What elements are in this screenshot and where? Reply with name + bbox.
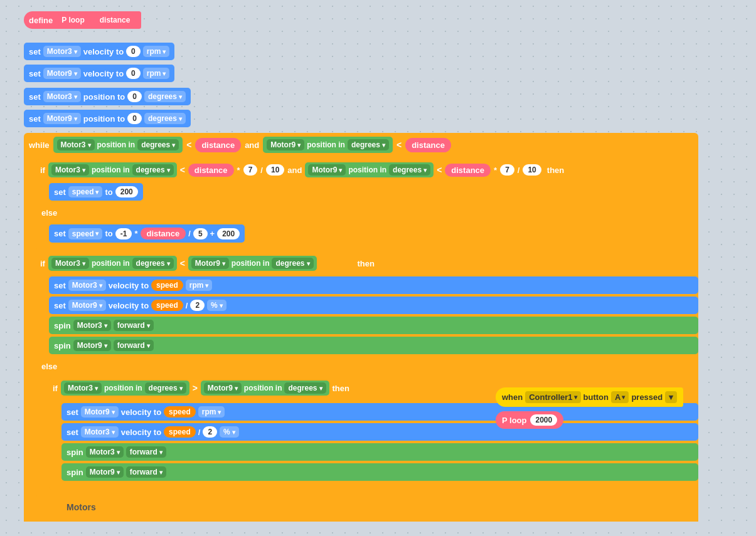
if-distance-1[interactable]: distance	[188, 164, 234, 177]
wm3-dropdown[interactable]: Motor3	[57, 139, 95, 150]
if2-motor9-block[interactable]: Motor9 position in degrees	[188, 256, 317, 271]
while-distance-1[interactable]: distance	[195, 138, 241, 152]
if-header-2: if Motor3 position in degrees < Motor9 p…	[36, 253, 698, 274]
if-container-1: if Motor3 position in degrees < distance…	[36, 159, 698, 250]
set-motor3-position-block[interactable]: set Motor3 position to 0 degrees	[24, 88, 191, 105]
set-speed-200[interactable]: set speed to 200	[49, 183, 143, 201]
then-body-2: set Motor3 velocity to speed rpm set Mot…	[49, 274, 698, 357]
nm3-deg-dd[interactable]: degrees	[145, 382, 186, 394]
motor3-dropdown-2[interactable]: Motor3	[43, 91, 81, 102]
rpm-dropdown-1[interactable]: rpm	[143, 46, 170, 57]
if2m3-deg-dd[interactable]: degrees	[132, 258, 174, 269]
while-motor9-block[interactable]: Motor9 position in degrees	[263, 137, 393, 153]
spin-motor9-forward[interactable]: spin Motor9 forward	[49, 337, 698, 354]
ifm9-dd[interactable]: Motor9	[308, 164, 346, 176]
nm9-vel-dd[interactable]: Motor9	[81, 406, 119, 418]
set-label-2: set	[29, 69, 41, 78]
nested-motor9-block[interactable]: Motor9 position in degrees	[201, 381, 329, 396]
if2m9-deg-dd[interactable]: degrees	[272, 258, 313, 269]
wm9-dropdown[interactable]: Motor9	[267, 139, 304, 150]
pct-dd-2[interactable]: %	[220, 426, 239, 438]
motor9-dropdown-1[interactable]: Motor9	[43, 68, 81, 79]
wm9-degrees-dd[interactable]: degrees	[348, 139, 389, 150]
set-motor3-vel-speed[interactable]: set Motor3 velocity to speed rpm	[49, 276, 698, 294]
set-label-3: set	[29, 92, 41, 102]
else-bar-1: else	[36, 203, 698, 222]
rpm-dd-3[interactable]: rpm	[186, 280, 213, 291]
nested-motor3-block[interactable]: Motor3 position in degrees	[61, 381, 189, 396]
else-bar-2: else	[36, 357, 698, 376]
degrees-dropdown-1[interactable]: degrees	[144, 91, 186, 102]
while-distance-2[interactable]: distance	[405, 138, 451, 152]
position-label-1: position to	[83, 92, 125, 102]
nested-spin-motor9[interactable]: spin Motor9 forward	[61, 463, 698, 481]
nm3-vel-dd[interactable]: Motor3	[81, 426, 119, 438]
nested-then-body: set Motor9 velocity to speed rpm set Mot…	[61, 401, 698, 483]
ifm3-deg-dd[interactable]: degrees	[132, 164, 174, 176]
set-motor3-velocity-block[interactable]: set Motor3 velocity to 0 rpm	[24, 43, 174, 60]
if2m9-dd[interactable]: Motor9	[191, 258, 229, 269]
speed-dd-1[interactable]: speed	[68, 186, 103, 197]
spin-m3-fwd-dd[interactable]: forward	[114, 320, 154, 331]
while-motor3-block[interactable]: Motor3 position in degrees	[53, 137, 183, 153]
spin-motor3-forward[interactable]: spin Motor3 forward	[49, 317, 698, 334]
set-label-4: set	[29, 114, 41, 123]
define-block[interactable]: define P loop distance	[24, 11, 141, 29]
motors-label: Motors	[67, 502, 96, 512]
stm9-dd[interactable]: Motor9	[68, 300, 106, 311]
velocity-label-2: velocity to	[83, 69, 124, 78]
distance-pill: distance	[93, 14, 137, 26]
spin-m9-dd[interactable]: Motor9	[73, 340, 111, 351]
if2-motor3-block[interactable]: Motor3 position in degrees	[48, 256, 177, 271]
nm9-dd[interactable]: Motor9	[204, 382, 242, 394]
ifm9-deg-dd[interactable]: degrees	[389, 164, 430, 176]
define-label: define	[29, 16, 53, 25]
ifm3-dd[interactable]: Motor3	[51, 164, 89, 176]
motor3-dropdown-1[interactable]: Motor3	[43, 46, 81, 57]
nspin-m9-fwd-dd[interactable]: forward	[126, 466, 166, 478]
if2m3-dd[interactable]: Motor3	[51, 258, 89, 269]
wm3-degrees-dd[interactable]: degrees	[137, 139, 179, 150]
p-loop-pill: P loop	[55, 14, 90, 26]
rpm-dropdown-2[interactable]: rpm	[143, 68, 170, 79]
controller1-dd[interactable]: Controller1▾	[525, 391, 580, 403]
stm3-dd[interactable]: Motor3	[68, 280, 106, 291]
speed-orange-pill-1: speed	[151, 280, 183, 291]
velocity-label-1: velocity to	[83, 47, 124, 56]
if-motor3-block[interactable]: Motor3 position in degrees	[48, 162, 177, 177]
nspin-m9-dd[interactable]: Motor9	[86, 466, 124, 478]
motor9-dropdown-2[interactable]: Motor9	[43, 113, 81, 124]
rpm-dd-4[interactable]: rpm	[198, 406, 225, 418]
set-motor9-velocity-block[interactable]: set Motor9 velocity to 0 rpm	[24, 65, 174, 82]
pct-dd-1[interactable]: %	[207, 300, 226, 311]
nspin-m3-fwd-dd[interactable]: forward	[126, 446, 166, 458]
velocity-value-2: 0	[126, 68, 141, 79]
when-label: when	[502, 392, 523, 402]
set-motor9-position-block[interactable]: set Motor9 position to 0 degrees	[24, 110, 191, 127]
set-motor9-vel-speed[interactable]: set Motor9 velocity to speed / 2 %	[49, 297, 698, 314]
when-controller-block[interactable]: when Controller1▾ button A▾ pressed ▾	[496, 387, 683, 407]
speed-orange-pill-2: speed	[151, 300, 183, 311]
button-a-dd[interactable]: A▾	[611, 391, 629, 403]
if-motor9-block[interactable]: Motor9 position in degrees	[305, 162, 434, 177]
else-body-1: set speed to -1 * distance / 5 + 200	[49, 222, 698, 245]
nested-spin-motor3[interactable]: spin Motor3 forward	[61, 443, 698, 461]
p-loop-call-block[interactable]: P loop 2000	[496, 411, 563, 429]
velocity-value-1: 0	[126, 46, 141, 57]
degrees-dropdown-2[interactable]: degrees	[144, 113, 186, 124]
while-header: while Motor3 position in degrees < dista…	[24, 133, 698, 157]
spin-m3-dd[interactable]: Motor3	[73, 320, 111, 331]
nm9-deg-dd[interactable]: degrees	[284, 382, 326, 394]
speed-dd-2[interactable]: speed	[68, 228, 103, 239]
while-container: while Motor3 position in degrees < dista…	[24, 133, 698, 522]
nspin-m3-dd[interactable]: Motor3	[86, 446, 124, 458]
set-speed-formula[interactable]: set speed to -1 * distance / 5 + 200	[49, 224, 245, 243]
nested-set-motor3-vel[interactable]: set Motor3 velocity to speed / 2 %	[61, 423, 698, 441]
spin-m9-fwd-dd[interactable]: forward	[114, 340, 154, 351]
formula-distance[interactable]: distance	[141, 228, 186, 239]
while-label: while	[29, 140, 50, 150]
nm3-dd[interactable]: Motor3	[64, 382, 102, 394]
if-distance-2[interactable]: distance	[445, 164, 491, 177]
speed-orange-pill-3: speed	[164, 406, 196, 418]
speed-orange-pill-4: speed	[164, 426, 196, 438]
